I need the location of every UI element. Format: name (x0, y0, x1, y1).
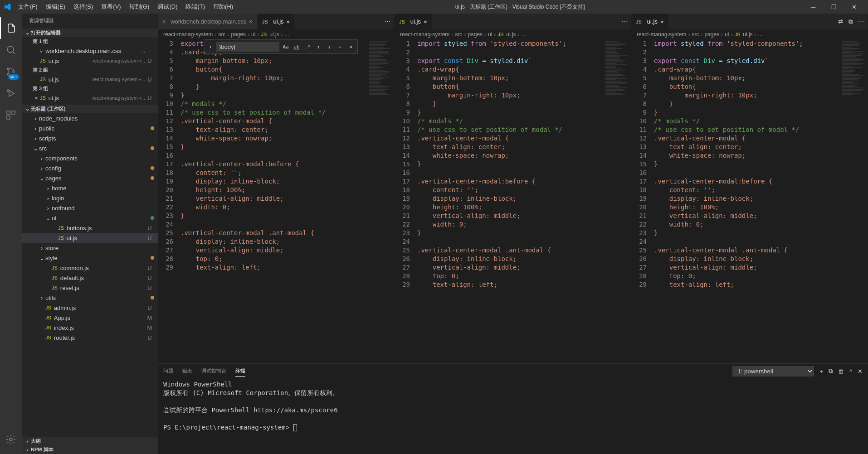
breadcrumb-item[interactable]: react-manag-system (400, 31, 449, 38)
file-item[interactable]: JSrouter.jsU (22, 333, 158, 343)
settings-icon[interactable] (0, 429, 22, 450)
breadcrumb-item[interactable]: ui (725, 31, 729, 38)
folder-item[interactable]: ⌄ui (22, 213, 158, 223)
more-icon[interactable]: ⋯ (621, 18, 627, 25)
explorer-icon[interactable] (0, 17, 22, 39)
prev-match-icon[interactable]: ↑ (314, 42, 323, 51)
menu-item[interactable]: 选择(S) (70, 1, 97, 13)
find-expand-icon[interactable]: › (207, 43, 214, 51)
breadcrumb[interactable]: react-manag-system›src›pages›ui›JSui.js›… (395, 29, 631, 39)
editor-tab[interactable]: JSui.js● (395, 14, 432, 29)
folder-item[interactable]: ⌄style (22, 253, 158, 263)
breadcrumb-item[interactable]: ... (522, 31, 526, 38)
minimize-button[interactable]: ─ (803, 0, 824, 14)
menu-item[interactable]: 查看(V) (98, 1, 124, 13)
folder-item[interactable]: ›scripts (22, 133, 158, 143)
debug-icon[interactable] (0, 82, 22, 104)
more-icon[interactable]: ⋯ (858, 18, 864, 25)
breadcrumb-item[interactable]: src (218, 31, 225, 38)
match-case-icon[interactable]: Aa (281, 42, 290, 51)
folder-item[interactable]: ›public (22, 123, 158, 133)
next-match-icon[interactable]: ↓ (325, 42, 334, 51)
breadcrumb-item[interactable]: ... (758, 31, 763, 38)
source-control-icon[interactable]: 5K+ (0, 61, 22, 82)
open-editor-item[interactable]: JSui.jsreact-manag-system •...U (22, 56, 158, 66)
folder-item[interactable]: ›home (22, 183, 158, 193)
code-editor[interactable]: 1234567891011121314151617181920212223242… (395, 39, 631, 363)
file-item[interactable]: JSbuttons.jsU (22, 223, 158, 233)
tab-close-icon[interactable]: × (249, 18, 253, 25)
file-item[interactable]: JSdefault.jsU (22, 273, 158, 283)
panel-tab[interactable]: 终端 (235, 366, 245, 377)
breadcrumb-item[interactable]: pages (231, 31, 246, 38)
breadcrumb-item[interactable]: pages (468, 31, 483, 38)
kill-terminal-icon[interactable]: 🗑 (838, 368, 844, 375)
breadcrumb-item[interactable]: JSui.js (261, 31, 279, 38)
code-content[interactable]: import styled from 'styled-components'; … (654, 39, 840, 363)
breadcrumb[interactable]: react-manag-system›src›pages›ui›JSui.js›… (158, 29, 394, 39)
workspace-header[interactable]: ⌄无标题 (工作区) (22, 105, 158, 113)
breadcrumb-item[interactable]: JSui.js (497, 31, 516, 38)
split-editor-icon[interactable]: ⧉ (848, 18, 853, 25)
folder-item[interactable]: ⌄src (22, 143, 158, 153)
find-selection-icon[interactable]: ≡ (336, 42, 345, 51)
folder-item[interactable]: ›notfound (22, 203, 158, 213)
npm-header[interactable]: ›NPM 脚本 (22, 445, 158, 454)
menu-item[interactable]: 转到(G) (126, 1, 153, 13)
menu-item[interactable]: 终端(T) (182, 1, 209, 13)
tab-close-icon[interactable]: ● (287, 18, 290, 25)
breadcrumb-item[interactable]: react-manag-system (163, 31, 213, 38)
folder-item[interactable]: ›config (22, 163, 158, 173)
find-close-icon[interactable]: ✕ (346, 42, 356, 51)
file-item[interactable]: JSApp.jsM (22, 313, 158, 323)
find-input[interactable] (216, 42, 279, 52)
menu-item[interactable]: 文件(F) (15, 1, 41, 13)
code-content[interactable]: import styled from 'styled-components'; … (417, 39, 604, 363)
panel-tab[interactable]: 调试控制台 (201, 366, 226, 377)
panel-tab[interactable]: 问题 (163, 366, 173, 377)
folder-item[interactable]: ⌄pages (22, 173, 158, 183)
folder-item[interactable]: ›components (22, 153, 158, 163)
breadcrumb-item[interactable]: JSui.js (734, 31, 752, 38)
tab-close-icon[interactable]: ● (660, 18, 664, 25)
open-editor-item[interactable]: #workbench.desktop.main.css... (22, 46, 158, 56)
file-item[interactable]: JSindex.jsM (22, 323, 158, 333)
minimap[interactable] (840, 39, 868, 363)
editor-tab[interactable]: JSui.js● (258, 14, 295, 29)
new-terminal-icon[interactable]: + (819, 368, 823, 375)
open-editor-item[interactable]: ×JSui.jsreact-manag-system •...U (22, 93, 158, 103)
menu-item[interactable]: 编辑(E) (42, 1, 69, 13)
search-icon[interactable] (0, 39, 22, 61)
folder-item[interactable]: ›store (22, 243, 158, 253)
close-button[interactable]: ✕ (844, 0, 864, 14)
folder-item[interactable]: ›utils (22, 293, 158, 303)
breadcrumb-item[interactable]: ui (251, 31, 255, 38)
breadcrumb-item[interactable]: ui (488, 31, 492, 38)
menu-item[interactable]: 帮助(H) (210, 1, 237, 13)
breadcrumb-item[interactable]: pages (704, 31, 719, 38)
compare-icon[interactable]: ⇄ (838, 18, 843, 25)
close-icon[interactable]: × (33, 95, 40, 101)
terminal-output[interactable]: Windows PowerShell版权所有 (C) Microsoft Cor… (158, 378, 868, 454)
code-content[interactable]: export const Div = styled.div`.card-wrap… (180, 39, 367, 363)
regex-icon[interactable]: .* (303, 42, 312, 51)
breadcrumb-item[interactable]: src (455, 31, 462, 38)
close-panel-icon[interactable]: ✕ (858, 368, 863, 375)
panel-tab[interactable]: 输出 (182, 366, 192, 377)
tab-close-icon[interactable]: ● (424, 18, 427, 25)
file-item[interactable]: JSui.jsU (22, 233, 158, 243)
breadcrumb[interactable]: react-manag-system›src›pages›ui›JSui.js›… (631, 29, 868, 39)
split-terminal-icon[interactable]: ⧉ (829, 367, 833, 375)
more-icon[interactable]: ⋯ (385, 18, 390, 25)
extensions-icon[interactable] (0, 104, 22, 126)
minimap[interactable] (367, 39, 394, 363)
code-editor[interactable]: 1234567891011121314151617181920212223242… (631, 39, 868, 363)
minimap[interactable] (604, 39, 631, 363)
breadcrumb-item[interactable]: src (692, 31, 699, 38)
terminal-select[interactable]: 1: powershell (732, 366, 814, 377)
maximize-button[interactable]: ❐ (824, 0, 844, 14)
open-editors-header[interactable]: ⌄打开的编辑器 (22, 29, 158, 37)
file-item[interactable]: JSadmin.jsU (22, 303, 158, 313)
file-item[interactable]: JScommon.jsU (22, 263, 158, 273)
folder-item[interactable]: ›login (22, 193, 158, 203)
